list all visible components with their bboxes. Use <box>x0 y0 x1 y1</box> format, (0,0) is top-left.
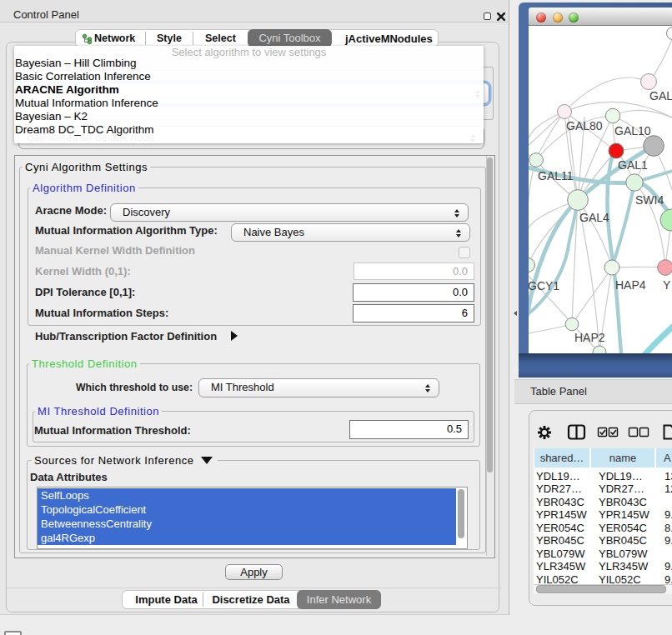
svg-text:HAP2: HAP2 <box>574 331 605 344</box>
svg-text:HAP4: HAP4 <box>615 278 646 292</box>
svg-text:GAL1: GAL1 <box>618 158 648 172</box>
svg-text:SWI4: SWI4 <box>635 193 664 207</box>
svg-text:Y: Y <box>663 278 671 292</box>
svg-text:GCY1: GCY1 <box>529 279 559 292</box>
svg-text:GAL80: GAL80 <box>566 119 603 132</box>
svg-text:GAL10: GAL10 <box>614 124 651 138</box>
svg-text:GAL4: GAL4 <box>579 211 609 224</box>
svg-text:GAL11: GAL11 <box>538 169 574 182</box>
svg-text:GAL: GAL <box>649 89 672 102</box>
